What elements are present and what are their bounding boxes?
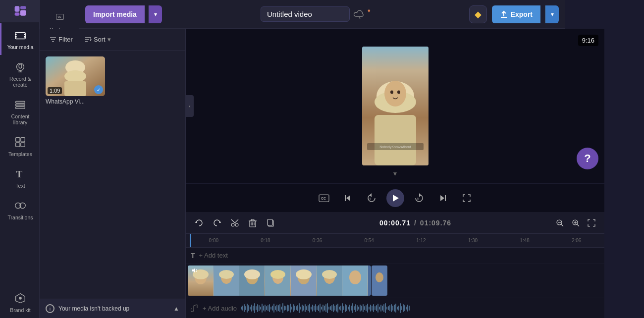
sidebar-item-your-media[interactable]: Your media [0, 23, 39, 55]
skip-to-end-button[interactable] [434, 189, 452, 207]
ruler-mark-3: 0:54 [343, 238, 395, 243]
export-arrow-dropdown-button[interactable]: ▾ [545, 5, 559, 23]
svg-line-73 [561, 224, 563, 226]
video-preview: NobodyKnowsAbout [362, 47, 429, 165]
play-pause-button[interactable] [386, 189, 404, 207]
help-button[interactable]: ? [577, 148, 598, 169]
waveform-bar [386, 307, 387, 310]
redo-button[interactable] [210, 215, 224, 230]
waveform-bar [291, 307, 292, 310]
cut-icon [230, 218, 239, 227]
waveform-bar [250, 307, 251, 310]
export-button[interactable]: Export [492, 5, 540, 23]
captions-button[interactable]: CC [315, 189, 333, 207]
premium-badge[interactable]: ◆ [469, 5, 487, 23]
waveform-bar [282, 303, 283, 313]
collapse-panel-button[interactable]: ‹ [186, 95, 194, 117]
playhead[interactable] [190, 234, 191, 247]
ruler-mark-1: 0:18 [240, 238, 292, 243]
svg-point-60 [231, 223, 234, 226]
waveform-bar [383, 304, 384, 312]
sidebar-item-content-library[interactable]: Content library [0, 93, 39, 130]
media-panel: Filter Sort ▾ [40, 29, 186, 318]
topbar-left: Import media ▾ [85, 5, 162, 23]
copy-clip-button[interactable] [263, 215, 278, 230]
zoom-out-button[interactable] [553, 216, 567, 230]
waveform-bar [312, 305, 313, 312]
waveform-bar [358, 307, 359, 310]
svg-marker-79 [192, 268, 195, 273]
svg-rect-6 [15, 36, 17, 38]
sidebar-item-record-create[interactable]: Record & create [0, 55, 39, 93]
media-thumbnail[interactable]: 1:09 ✓ [46, 56, 105, 96]
music-note-icon [191, 304, 199, 312]
waveform-bar [268, 305, 268, 311]
waveform-bar [242, 306, 243, 311]
delete-button[interactable] [245, 215, 260, 230]
svg-rect-0 [15, 6, 20, 11]
text-track[interactable]: T + Add text [186, 248, 604, 264]
help-icon: ? [584, 152, 590, 165]
video-clip-main[interactable] [188, 265, 371, 296]
skip-to-start-button[interactable] [339, 189, 357, 207]
sidebar-label-transitions: Transitions [8, 214, 33, 220]
waveform-bar [288, 305, 289, 311]
waveform-bar [254, 303, 255, 313]
add-text-label: + Add text [199, 252, 228, 259]
waveform-bar [281, 307, 282, 310]
sort-button[interactable]: Sort ▾ [81, 34, 115, 45]
import-media-button[interactable]: Import media [85, 5, 145, 23]
play-icon [391, 194, 400, 203]
zoom-in-button[interactable] [569, 216, 583, 230]
filter-button[interactable]: Filter [46, 34, 77, 45]
svg-rect-7 [24, 34, 25, 35]
waveform-bar [317, 306, 318, 310]
media-check-icon: ✓ [94, 85, 103, 94]
sidebar-item-brand-kit[interactable]: Brand kit [0, 286, 39, 318]
aspect-ratio-badge: 9:16 [578, 35, 598, 46]
waveform-bar [357, 305, 358, 311]
sort-icon [85, 36, 92, 43]
svg-text:NobodyKnowsAbout: NobodyKnowsAbout [379, 145, 411, 149]
sidebar-item-transitions[interactable]: Transitions [0, 194, 39, 225]
waveform-bar [372, 306, 373, 311]
sidebar-item-templates[interactable]: Templates [0, 130, 39, 162]
svg-rect-8 [24, 36, 25, 38]
record-icon [13, 60, 27, 74]
forward-5s-button[interactable]: 5 [410, 189, 428, 207]
audio-track[interactable]: + Add audio [186, 298, 604, 318]
expand-icon [588, 219, 595, 227]
waveform-bar [363, 304, 364, 312]
waveform-bar [248, 305, 249, 311]
sidebar-item-text[interactable]: T Text [0, 162, 39, 194]
import-media-arrow-button[interactable]: ▾ [149, 5, 162, 23]
media-item[interactable]: 1:09 ✓ WhatsApp Vi... [46, 56, 105, 105]
fullscreen-button[interactable] [458, 189, 476, 207]
svg-point-94 [296, 269, 312, 279]
playback-controls: CC 5 5 [186, 183, 604, 212]
svg-point-36 [64, 70, 86, 82]
topbar-right: ◆ Export ▾ [469, 5, 559, 23]
ruler-mark-2: 0:36 [291, 238, 343, 243]
waveform-bar [370, 305, 371, 312]
film-icon [13, 28, 27, 42]
video-title-input[interactable] [261, 6, 350, 22]
video-clip-extra[interactable] [372, 265, 387, 296]
svg-rect-2 [20, 10, 26, 15]
waveform-bar [302, 305, 303, 312]
backup-bar[interactable]: i Your media isn't backed up ▲ [40, 299, 185, 318]
waveform-bar [278, 305, 279, 311]
forward-icon: 5 [414, 193, 425, 204]
text-icon: T [13, 167, 27, 181]
undo-button[interactable] [192, 215, 207, 230]
expand-timeline-button[interactable] [585, 216, 598, 230]
waveform-bar [263, 306, 264, 311]
svg-line-24 [359, 17, 360, 19]
cc-icon: CC [319, 194, 329, 202]
clip-frame-2 [214, 265, 239, 296]
rewind-5s-button[interactable]: 5 [363, 189, 380, 207]
waveform-bar [330, 306, 331, 310]
cut-button[interactable] [227, 215, 242, 230]
export-label: Export [511, 10, 533, 18]
expand-button[interactable]: ▼ [392, 170, 398, 177]
